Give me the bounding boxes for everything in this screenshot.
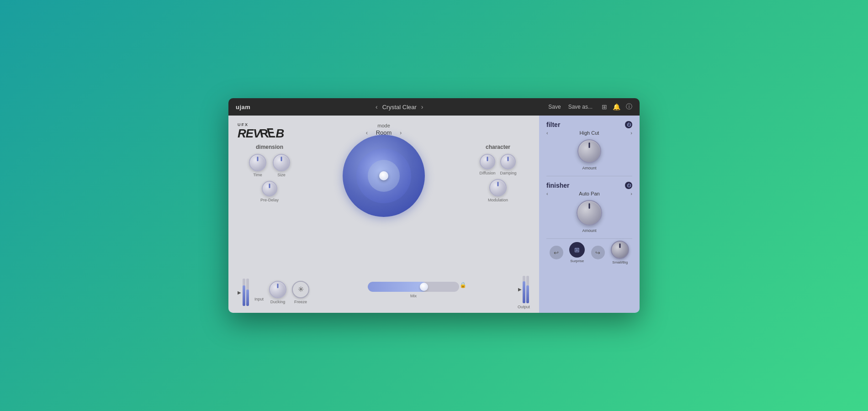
preset-next-button[interactable]: › [421, 104, 423, 110]
title-bar-icons: ⊞ 🔔 ⓘ [602, 103, 632, 111]
damping-knob[interactable] [500, 154, 516, 169]
mix-row: 🔒 [368, 282, 459, 292]
save-as-button[interactable]: Save as... [568, 104, 593, 110]
time-knob-label: Time [253, 173, 262, 177]
ducking-label: Ducking [270, 300, 286, 304]
filter-section: filter ⏻ ‹ High Cut › Amount [546, 121, 632, 170]
diffusion-knob-group: Diffusion [480, 154, 496, 175]
character-label: character [466, 144, 530, 150]
input-play-icon: ▶ [238, 290, 241, 295]
small-big-label: Small/Big [612, 260, 628, 264]
surprise-button[interactable]: ⊞ [569, 242, 585, 258]
output-label: Output [518, 305, 530, 309]
bell-icon[interactable]: 🔔 [613, 103, 620, 111]
reverb-circle-inner2 [368, 160, 400, 192]
finisher-title: finisher [546, 182, 570, 189]
mix-slider-thumb[interactable] [420, 283, 428, 291]
damping-knob-label: Damping [500, 171, 516, 175]
ducking-knob-group: Ducking [269, 281, 286, 304]
filter-power-button[interactable]: ⏻ [625, 121, 632, 128]
size-knob[interactable] [273, 154, 290, 171]
grid-icon[interactable]: ⊞ [602, 103, 607, 111]
reverb-dot [379, 171, 388, 180]
predelay-knob[interactable] [262, 181, 277, 196]
damping-knob-group: Damping [500, 154, 516, 175]
main-content: UFX REVƎЯB mode ‹ Room › dimension [228, 116, 640, 313]
modulation-row: Modulation [466, 179, 530, 202]
small-big-knob[interactable] [611, 241, 629, 259]
save-button[interactable]: Save [548, 104, 561, 110]
finisher-prev-button[interactable]: ‹ [546, 191, 548, 196]
time-knob[interactable] [249, 154, 266, 171]
output-vu-bar-1 [523, 276, 525, 303]
input-vu-bar-1 [243, 279, 245, 306]
finisher-power-icon: ⏻ [627, 183, 631, 188]
right-bottom: ↩ ⊞ Surprise ↪ Small/Big [546, 238, 632, 264]
mix-slider-track[interactable] [368, 282, 459, 292]
predelay-row: Pre-Delay [238, 181, 302, 202]
filter-power-icon: ⏻ [627, 122, 631, 127]
controls-area: dimension Time Size [238, 144, 530, 274]
surprise-label: Surprise [570, 259, 584, 263]
freeze-icon: ✳ [298, 285, 304, 294]
undo-ctrl: ↩ [550, 246, 563, 259]
divider [546, 176, 632, 176]
bottom-controls: ▶ Input Ducking [238, 276, 530, 308]
filter-amount-knob[interactable] [577, 139, 601, 163]
finisher-amount-label: Amount [582, 228, 596, 233]
size-knob-group: Size [273, 154, 290, 177]
plugin-logo: UFX REVƎЯB [238, 123, 284, 139]
mode-label: mode [366, 123, 402, 128]
diffusion-knob-label: Diffusion [480, 171, 496, 175]
predelay-knob-group: Pre-Delay [260, 181, 279, 202]
mix-label: Mix [410, 294, 417, 298]
finisher-knob-row: Amount [546, 200, 632, 233]
finisher-header: finisher ⏻ [546, 182, 632, 189]
filter-amount-label: Amount [582, 166, 596, 170]
filter-amount-group: Amount [577, 139, 601, 170]
filter-knob-row: Amount [546, 139, 632, 170]
filter-prev-button[interactable]: ‹ [546, 130, 548, 136]
reverb-circle-outer[interactable] [343, 135, 425, 217]
dimension-label: dimension [238, 144, 302, 150]
info-icon[interactable]: ⓘ [626, 103, 632, 111]
freeze-label: Freeze [294, 300, 307, 304]
mix-lock-icon[interactable]: 🔒 [460, 282, 466, 288]
input-vu-bar-2 [246, 279, 249, 306]
preset-prev-button[interactable]: ‹ [376, 104, 378, 110]
title-bar-center: ‹ Crystal Clear › [259, 104, 539, 111]
finisher-section: finisher ⏻ ‹ Auto Pan › Amount [546, 182, 632, 233]
finisher-sub-selector: ‹ Auto Pan › [546, 191, 632, 196]
finisher-sub-value: Auto Pan [579, 191, 599, 196]
undo-button[interactable]: ↩ [550, 246, 563, 259]
output-vu-bar-2 [526, 276, 529, 303]
brand-label: ujam [236, 104, 250, 111]
finisher-next-button[interactable]: › [630, 191, 632, 196]
preset-name-label: Crystal Clear [382, 104, 417, 111]
freeze-group: ✳ Freeze [292, 281, 309, 304]
finisher-amount-group: Amount [577, 200, 602, 233]
surprise-ctrl: ⊞ Surprise [569, 242, 585, 263]
right-panel: filter ⏻ ‹ High Cut › Amount [539, 116, 640, 313]
title-bar: ujam ‹ Crystal Clear › Save Save as... ⊞… [228, 98, 640, 116]
reverb-visualizer [302, 135, 466, 217]
diffusion-knob[interactable] [480, 154, 495, 169]
logo-reverb: REVƎЯB [238, 127, 284, 139]
finisher-amount-knob[interactable] [577, 200, 602, 226]
input-label: Input [254, 297, 264, 301]
character-section: character Diffusion Damping [466, 144, 530, 202]
modulation-knob-label: Modulation [488, 198, 508, 202]
dimension-section: dimension Time Size [238, 144, 302, 206]
modulation-knob[interactable] [489, 179, 507, 196]
redo-button[interactable]: ↪ [591, 246, 605, 259]
freeze-button[interactable]: ✳ [292, 281, 309, 298]
title-bar-actions: Save Save as... [548, 104, 593, 110]
finisher-power-button[interactable]: ⏻ [625, 182, 632, 189]
size-knob-label: Size [277, 173, 286, 177]
ducking-knob[interactable] [269, 281, 286, 298]
filter-sub-value: High Cut [580, 130, 599, 136]
filter-header: filter ⏻ [546, 121, 632, 128]
filter-next-button[interactable]: › [630, 130, 632, 136]
time-knob-group: Time [249, 154, 266, 177]
filter-sub-selector: ‹ High Cut › [546, 130, 632, 136]
